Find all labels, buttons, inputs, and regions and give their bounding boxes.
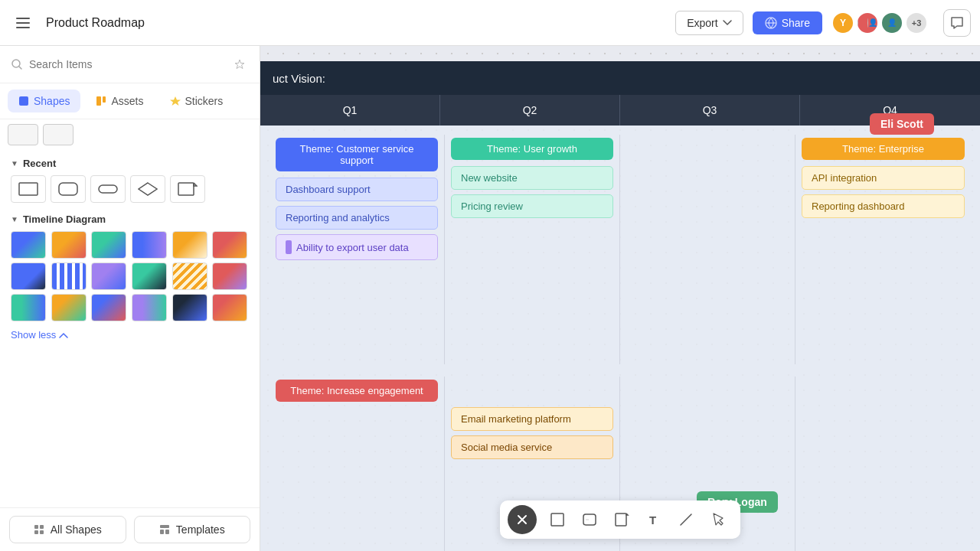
pin-button[interactable] [230,55,249,73]
export-button[interactable]: Export [675,11,743,35]
export-label: Export [687,17,717,29]
comment-button[interactable] [943,9,971,37]
theme-label: Theme: Increase engagement [290,385,423,396]
svg-rect-13 [178,183,194,195]
timeline-item[interactable] [11,231,46,259]
tab-shapes[interactable]: Shapes [8,90,80,112]
shapes-section: ▼ Recent [0,150,260,507]
pointer-tool-button[interactable] [704,505,733,534]
item-pricing-review[interactable]: Pricing review [451,194,613,218]
item-dashboard-support[interactable]: Dashboard support [276,178,438,201]
shape-note[interactable] [170,175,205,203]
text-icon: T [646,512,662,527]
chevron-up-icon [59,332,68,338]
rectangle-tool-button[interactable] [543,505,572,534]
item-social-media[interactable]: Social media service [451,435,613,459]
timeline-item[interactable] [11,262,46,290]
canvas-area[interactable]: uct Vision: Q1 Q2 Q3 Q4 [260,46,980,551]
rectangle-icon [550,512,565,527]
item-email-marketing[interactable]: Email marketing platform [451,407,613,431]
quarter-q2: Q2 [440,95,620,126]
arrow-icon-timeline: ▼ [11,215,18,223]
vision-text: uct Vision: [273,72,325,85]
tab-stickers[interactable]: Stickers [159,90,234,112]
q1-col: Theme: Customer service support Dashboar… [270,135,445,364]
item-new-website[interactable]: New website [451,166,613,190]
rounded-rect-tool-button[interactable] [575,505,604,534]
show-less-button[interactable]: Show less [11,329,249,341]
roadmap-body-row1: Theme: Customer service support Dashboar… [260,126,980,373]
menu-button[interactable] [9,9,37,37]
item-label: Social media service [461,442,552,453]
svg-rect-16 [34,530,38,534]
avatar-img [858,13,868,33]
note-tool-button[interactable] [607,505,636,534]
timeline-item[interactable] [51,294,87,321]
tab-assets[interactable]: Assets [85,90,154,112]
svg-rect-21 [551,514,564,526]
theme-increase-engagement: Theme: Increase engagement [276,380,438,402]
theme-enterprise: Theme: Enterprise [802,138,965,160]
item-label: Pricing review [461,201,523,212]
timeline-item[interactable] [212,231,247,259]
shape-pill[interactable] [90,175,126,203]
search-input[interactable] [29,58,224,70]
bottom-toolbar: T [500,500,740,539]
svg-rect-11 [99,185,117,193]
share-button[interactable]: Share [753,11,822,34]
svg-rect-1 [16,22,30,24]
item-label: Reporting and analytics [286,212,390,223]
text-tool-button[interactable]: T [639,505,668,534]
item-label: Dashboard support [286,184,371,195]
timeline-item[interactable] [51,231,87,259]
svg-rect-9 [19,183,38,195]
item-export-user-data[interactable]: Ability to export user data [276,234,438,260]
q3-col [620,135,795,364]
shape-rounded-rect[interactable] [51,175,86,203]
assets-icon [96,96,106,106]
recent-label: Recent [23,158,56,169]
avatar-group: Y 👤 👤 +3 [831,11,928,34]
templates-tab[interactable]: Templates [134,516,251,543]
q1-label: Q1 [343,104,358,116]
timeline-item[interactable] [212,294,247,321]
svg-rect-18 [160,525,169,528]
timeline-item[interactable] [212,262,247,290]
topbar: Product Roadmap Export Share Y 👤 👤 +3 [0,0,980,46]
item-reporting-analytics[interactable]: Reporting and analytics [276,206,438,230]
timeline-item[interactable] [132,294,167,321]
timeline-item[interactable] [11,294,46,321]
timeline-section-header[interactable]: ▼ Timeline Diagram [11,214,249,225]
item-label: Email marketing platform [461,413,571,425]
timeline-item[interactable] [91,262,126,290]
timeline-item[interactable] [91,231,126,259]
recent-section-header[interactable]: ▼ Recent [11,158,249,169]
left-panel: Shapes Assets Stickers [0,46,260,551]
tab-shapes-label: Shapes [34,95,70,107]
svg-rect-5 [19,96,28,106]
item-api-integration[interactable]: API integration [802,166,965,190]
close-toolbar-button[interactable] [508,505,537,534]
view-tab-2[interactable] [43,124,74,145]
avatar-more: +3 [905,11,928,34]
timeline-item[interactable] [91,294,126,321]
timeline-item[interactable] [51,262,87,290]
svg-rect-24 [616,514,626,526]
svg-rect-20 [165,530,169,534]
all-shapes-tab[interactable]: All Shapes [9,516,126,543]
item-reporting-dashboard[interactable]: Reporting dashboard [802,194,965,218]
shape-diamond[interactable] [130,175,165,203]
main-layout: Shapes Assets Stickers [0,46,980,551]
svg-line-26 [681,514,691,525]
timeline-item[interactable] [132,262,167,290]
timeline-item[interactable] [172,294,207,321]
roadmap-vision-header: uct Vision: [260,61,980,95]
timeline-item[interactable] [172,262,207,290]
panel-bottom-tabs: All Shapes Templates [0,507,260,551]
all-shapes-label: All Shapes [51,523,102,536]
shape-rectangle[interactable] [11,175,46,203]
view-tab-1[interactable] [8,124,38,145]
line-tool-button[interactable] [671,505,701,534]
timeline-item[interactable] [172,231,207,259]
timeline-item[interactable] [132,231,167,259]
